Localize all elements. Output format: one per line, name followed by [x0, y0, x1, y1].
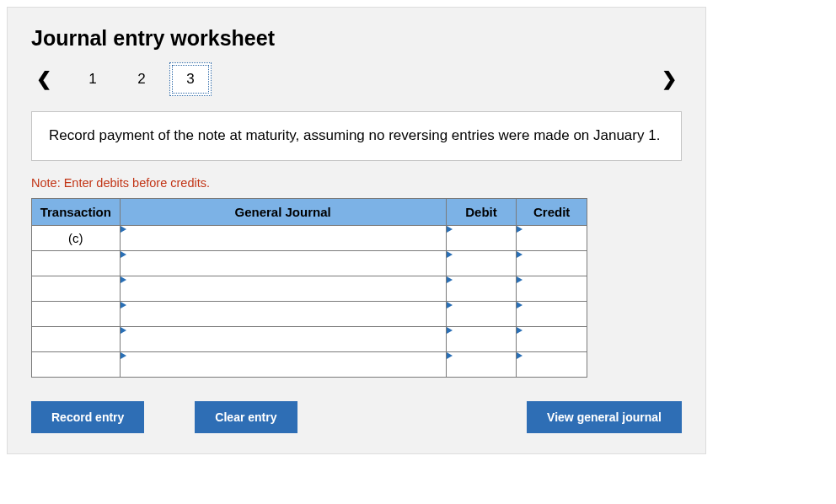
- dropdown-indicator-icon: [517, 226, 522, 233]
- page-1[interactable]: 1: [72, 62, 114, 96]
- dropdown-indicator-icon: [517, 276, 522, 283]
- dropdown-indicator-icon: [121, 352, 126, 359]
- dropdown-indicator-icon: [121, 251, 126, 258]
- cell-debit[interactable]: [446, 351, 517, 377]
- cell-debit[interactable]: [446, 250, 517, 276]
- view-general-journal-button[interactable]: View general journal: [527, 401, 682, 433]
- table-row: [32, 326, 587, 351]
- dropdown-indicator-icon: [517, 327, 522, 334]
- header-credit: Credit: [517, 198, 587, 225]
- cell-transaction[interactable]: (c): [32, 225, 121, 250]
- clear-entry-button[interactable]: Clear entry: [195, 401, 297, 433]
- cell-transaction[interactable]: [32, 250, 121, 276]
- chevron-right-icon[interactable]: ❯: [656, 65, 682, 94]
- note-text: Note: Enter debits before credits.: [31, 176, 682, 190]
- dropdown-indicator-icon: [447, 251, 453, 258]
- cell-credit[interactable]: [517, 326, 587, 351]
- dropdown-indicator-icon: [447, 352, 453, 359]
- cell-general-journal[interactable]: [120, 351, 446, 377]
- cell-transaction[interactable]: [32, 351, 121, 377]
- dropdown-indicator-icon: [121, 327, 126, 334]
- table-row: [32, 250, 587, 276]
- cell-credit[interactable]: [517, 250, 587, 276]
- dropdown-indicator-icon: [447, 327, 453, 334]
- cell-credit[interactable]: [517, 225, 587, 250]
- table-row: [32, 276, 587, 301]
- page-3[interactable]: 3: [169, 62, 212, 96]
- instruction-box: Record payment of the note at maturity, …: [31, 111, 682, 161]
- cell-credit[interactable]: [517, 276, 587, 301]
- cell-general-journal[interactable]: [120, 326, 446, 351]
- header-debit: Debit: [446, 198, 517, 225]
- table-row: [32, 351, 587, 377]
- dropdown-indicator-icon: [121, 276, 126, 283]
- cell-transaction[interactable]: [32, 276, 121, 301]
- dropdown-indicator-icon: [447, 276, 453, 283]
- dropdown-indicator-icon: [447, 226, 453, 233]
- dropdown-indicator-icon: [517, 302, 522, 308]
- table-row: (c): [32, 225, 587, 250]
- chevron-left-icon[interactable]: ❮: [31, 65, 56, 94]
- button-row: Record entry Clear entry View general jo…: [31, 401, 682, 433]
- page-2[interactable]: 2: [121, 62, 163, 96]
- pager: ❮ 1 2 3 ❯: [31, 62, 682, 96]
- dropdown-indicator-icon: [447, 302, 453, 308]
- cell-debit[interactable]: [446, 225, 517, 250]
- cell-credit[interactable]: [517, 351, 587, 377]
- journal-tbody: (c): [32, 225, 587, 377]
- cell-general-journal[interactable]: [120, 225, 446, 250]
- dropdown-indicator-icon: [517, 251, 522, 258]
- header-general-journal: General Journal: [120, 198, 446, 225]
- cell-debit[interactable]: [446, 326, 517, 351]
- table-row: [32, 301, 587, 326]
- cell-transaction[interactable]: [32, 326, 121, 351]
- journal-table: Transaction General Journal Debit Credit…: [31, 198, 587, 378]
- cell-general-journal[interactable]: [120, 250, 446, 276]
- cell-credit[interactable]: [517, 301, 587, 326]
- dropdown-indicator-icon: [517, 352, 522, 359]
- cell-debit[interactable]: [446, 301, 517, 326]
- cell-general-journal[interactable]: [120, 276, 446, 301]
- record-entry-button[interactable]: Record entry: [31, 401, 144, 433]
- cell-general-journal[interactable]: [120, 301, 446, 326]
- page-title: Journal entry worksheet: [31, 26, 682, 51]
- dropdown-indicator-icon: [121, 302, 126, 308]
- header-transaction: Transaction: [32, 198, 121, 225]
- worksheet-panel: Journal entry worksheet ❮ 1 2 3 ❯ Record…: [7, 7, 706, 454]
- dropdown-indicator-icon: [121, 226, 126, 233]
- cell-debit[interactable]: [446, 276, 517, 301]
- cell-transaction[interactable]: [32, 301, 121, 326]
